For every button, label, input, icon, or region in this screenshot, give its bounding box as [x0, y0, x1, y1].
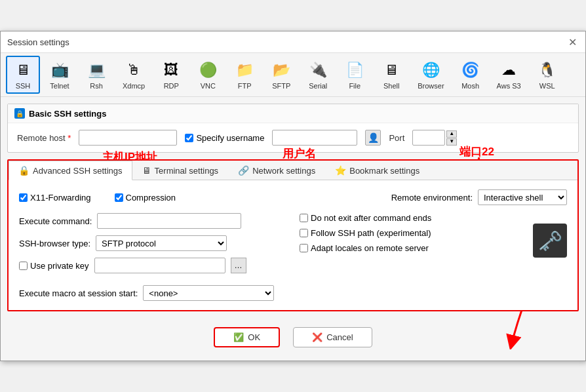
close-button[interactable]: ✕	[566, 35, 579, 49]
remote-env-wrap: Remote environment: Interactive shellCus…	[391, 189, 567, 205]
toolbar-icon-rsh: 💻	[86, 60, 107, 81]
port-input[interactable]: 22	[412, 130, 445, 146]
toolbar-label-sftp: SFTP	[272, 82, 290, 90]
tab-advanced[interactable]: 🔒Advanced SSH settings	[9, 161, 132, 180]
execute-macro-row: Execute macro at session start: <none>	[19, 285, 567, 301]
tab-label-network: Network settings	[252, 166, 315, 176]
advanced-ssh-section: 🔒Advanced SSH settings🖥Terminal settings…	[7, 159, 579, 311]
use-private-key-wrap: Use private key	[19, 261, 89, 271]
tab-bookmark[interactable]: ⭐Bookmark settings	[325, 161, 429, 180]
private-key-row: Use private key …	[19, 258, 286, 273]
toolbar-icon-shell: 🖥	[381, 60, 402, 81]
toolbar-icon-rdp: 🖼	[161, 60, 182, 81]
tab-icon-network: 🔗	[238, 165, 249, 176]
x11-forwarding-wrap: X11-Forwarding	[19, 193, 91, 203]
compression-checkbox[interactable]	[115, 193, 123, 202]
toolbar-item-serial[interactable]: 🔌Serial	[301, 56, 335, 94]
remote-env-select[interactable]: Interactive shellCustom commandSFTP subs…	[478, 189, 567, 205]
tab-terminal[interactable]: 🖥Terminal settings	[132, 161, 229, 180]
tab-network[interactable]: 🔗Network settings	[228, 161, 325, 180]
toolbar-item-rdp[interactable]: 🖼RDP	[154, 56, 188, 94]
execute-macro-select[interactable]: <none>	[143, 285, 274, 301]
tab-label-terminal: Terminal settings	[155, 166, 219, 176]
follow-ssh-wrap: Follow SSH path (experimental)	[300, 228, 567, 238]
toolbar-item-sftp[interactable]: 📂SFTP	[264, 56, 298, 94]
adapt-locales-checkbox[interactable]	[300, 244, 308, 252]
toolbar-icon-sftp: 📂	[271, 60, 292, 81]
adv-two-col: Execute command: SSH-browser type: SFTP …	[19, 213, 567, 280]
adapt-locales-label: Adapt locales on remote server	[311, 243, 429, 253]
ssh-browser-label: SSH-browser type:	[19, 239, 90, 248]
remote-host-input[interactable]: 192.168.50.168	[79, 130, 177, 146]
remote-env-label: Remote environment:	[391, 193, 473, 203]
toolbar-label-ssh: SSH	[16, 82, 31, 90]
toolbar-item-xdmcp[interactable]: 🖱Xdmcp	[116, 56, 151, 94]
follow-ssh-checkbox[interactable]	[300, 229, 308, 237]
port-down-button[interactable]: ▼	[446, 138, 457, 146]
toolbar-item-telnet[interactable]: 📺Telnet	[43, 56, 77, 94]
toolbar-item-mosh[interactable]: 🌀Mosh	[454, 56, 488, 94]
basic-ssh-title: Basic SSH settings	[29, 109, 107, 119]
toolbar-item-browser[interactable]: 🌐Browser	[411, 56, 450, 94]
tab-icon-bookmark: ⭐	[335, 165, 346, 176]
x11-forwarding-checkbox[interactable]	[19, 193, 28, 202]
tab-icon-terminal: 🖥	[142, 165, 151, 176]
toolbar-item-wsl[interactable]: 🐧WSL	[530, 56, 564, 94]
tab-label-bookmark: Bookmark settings	[349, 166, 420, 176]
execute-command-row: Execute command:	[19, 213, 286, 229]
key-icon: 🗝️	[533, 224, 567, 258]
adv-row-1: X11-Forwarding Compression Remote enviro…	[19, 189, 567, 205]
right-col: Do not exit after command ends Follow SS…	[300, 213, 567, 280]
basic-ssh-header: 🔒 Basic SSH settings	[8, 104, 578, 123]
toolbar-label-rsh: Rsh	[90, 82, 103, 90]
use-private-key-label: Use private key	[30, 261, 89, 271]
title-bar: Session settings ✕	[1, 31, 585, 53]
toolbar-item-rsh[interactable]: 💻Rsh	[79, 56, 113, 94]
cancel-icon: ❌	[312, 332, 322, 342]
do-not-exit-checkbox[interactable]	[300, 214, 308, 222]
private-key-input[interactable]	[94, 258, 225, 273]
left-col: Execute command: SSH-browser type: SFTP …	[19, 213, 286, 280]
ok-label: OK	[248, 332, 260, 342]
x11-forwarding-label: X11-Forwarding	[30, 193, 91, 203]
toolbar-item-ftp[interactable]: 📁FTP	[227, 56, 262, 94]
compression-wrap: Compression	[115, 193, 176, 203]
toolbar-label-xdmcp: Xdmcp	[123, 82, 145, 90]
cancel-label: Cancel	[326, 332, 353, 342]
toolbar-icon-vnc: 🟢	[197, 60, 218, 81]
use-private-key-checkbox[interactable]	[19, 262, 28, 270]
advanced-tabs-bar: 🔒Advanced SSH settings🖥Terminal settings…	[9, 161, 577, 180]
toolbar-label-mosh: Mosh	[461, 82, 479, 90]
user-browse-button[interactable]: 👤	[365, 130, 381, 146]
toolbar-icon-awss3: ☁	[498, 60, 519, 81]
toolbar-item-awss3[interactable]: ☁Aws S3	[490, 56, 528, 94]
toolbar-label-file: File	[349, 82, 361, 90]
toolbar-item-file[interactable]: 📄File	[338, 56, 372, 94]
session-settings-window: Session settings ✕ 🖥SSH📺Telnet💻Rsh🖱Xdmcp…	[0, 31, 586, 361]
toolbar-item-shell[interactable]: 🖥Shell	[374, 56, 408, 94]
basic-settings-row: Remote host * 192.168.50.168 Specify use…	[8, 123, 578, 152]
execute-macro-label: Execute macro at session start:	[19, 288, 138, 298]
ssh-browser-select[interactable]: SFTP protocolSCP protocol	[96, 235, 227, 251]
toolbar-icon-browser: 🌐	[420, 60, 441, 81]
ok-button[interactable]: ✅ OK	[214, 327, 280, 347]
basic-ssh-section: 🔒 Basic SSH settings Remote host * 192.1…	[7, 104, 579, 153]
toolbar: 🖥SSH📺Telnet💻Rsh🖱Xdmcp🖼RDP🟢VNC📁FTP📂SFTP🔌S…	[1, 53, 585, 97]
toolbar-icon-xdmcp: 🖱	[123, 60, 144, 81]
toolbar-item-vnc[interactable]: 🟢VNC	[191, 56, 225, 94]
advanced-content: X11-Forwarding Compression Remote enviro…	[9, 180, 577, 310]
compression-label: Compression	[126, 193, 176, 203]
username-input[interactable]: usrname	[272, 130, 357, 146]
cancel-button[interactable]: ❌ Cancel	[293, 327, 372, 347]
window-title: Session settings	[7, 37, 69, 47]
button-row: ✅ OK ❌ Cancel	[7, 318, 579, 354]
toolbar-item-ssh[interactable]: 🖥SSH	[6, 56, 40, 94]
specify-username-checkbox[interactable]	[185, 134, 193, 142]
toolbar-label-vnc: VNC	[201, 82, 216, 90]
private-key-browse-button[interactable]: …	[231, 258, 246, 273]
execute-command-input[interactable]	[97, 213, 241, 229]
toolbar-label-wsl: WSL	[539, 82, 555, 90]
tab-label-advanced: Advanced SSH settings	[33, 166, 123, 176]
toolbar-icon-ssh: 🖥	[12, 60, 33, 81]
port-up-button[interactable]: ▲	[446, 130, 457, 138]
